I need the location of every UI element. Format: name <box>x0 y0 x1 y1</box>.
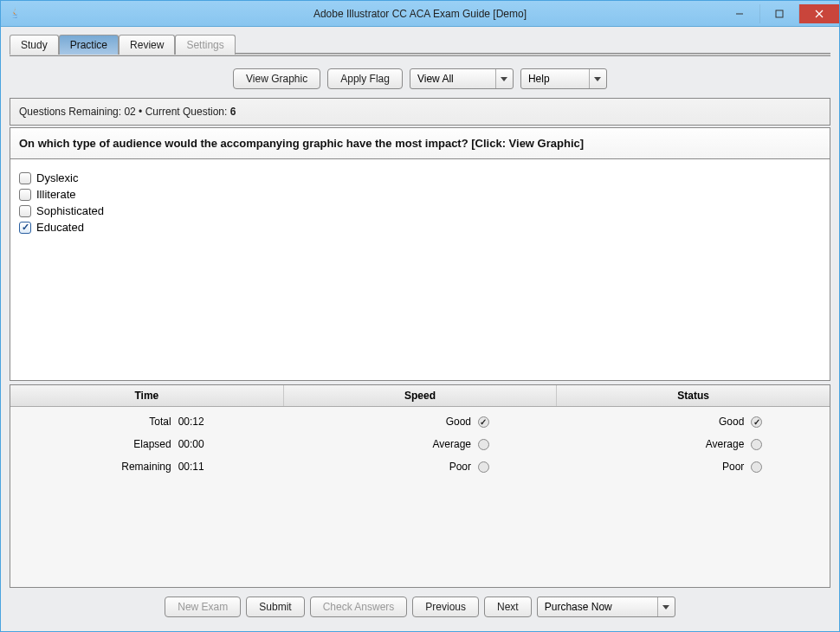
answer-option[interactable]: Illiterate <box>19 186 821 203</box>
total-value: 00:12 <box>178 416 216 428</box>
content-area: Study Practice Review Settings View Grap… <box>1 27 839 631</box>
tab-study[interactable]: Study <box>10 35 59 55</box>
chevron-down-icon <box>495 69 513 88</box>
question-box: On which type of audience would the acco… <box>10 128 830 159</box>
app-window: Adobe Illustrator CC ACA Exam Guide [Dem… <box>0 0 840 632</box>
stat-row: Good <box>351 416 489 428</box>
stats-panel: Time Speed Status Total 00:12 Elapsed 00… <box>10 384 830 588</box>
question-panel: On which type of audience would the acco… <box>10 127 830 381</box>
checkbox-icon[interactable] <box>19 222 31 234</box>
tab-strip: Study Practice Review Settings <box>10 34 830 54</box>
view-filter-dropdown[interactable]: View All <box>410 68 514 89</box>
status-poor-label: Poor <box>624 461 744 473</box>
current-question-value: 6 <box>230 106 236 118</box>
status-good-label: Good <box>624 416 744 428</box>
stat-row: Elapsed 00:00 <box>78 438 216 450</box>
time-column: Total 00:12 Elapsed 00:00 Remaining 00:1… <box>10 416 283 578</box>
purchase-value: Purchase Now <box>545 601 612 613</box>
window-title: Adobe Illustrator CC ACA Exam Guide [Dem… <box>313 8 527 20</box>
check-answers-button: Check Answers <box>310 597 408 617</box>
remaining-value: 00:11 <box>178 461 216 473</box>
elapsed-value: 00:00 <box>178 438 216 450</box>
question-text: On which type of audience would the acco… <box>19 137 584 150</box>
stats-body: Total 00:12 Elapsed 00:00 Remaining 00:1… <box>10 407 830 587</box>
col-time: Time <box>10 385 284 406</box>
radio-icon <box>751 461 762 473</box>
checkbox-icon[interactable] <box>19 189 31 201</box>
questions-remaining-label: Questions Remaining: <box>19 106 121 118</box>
stat-row: Average <box>624 438 762 450</box>
next-button[interactable]: Next <box>484 597 532 617</box>
close-button[interactable] <box>799 4 839 23</box>
radio-icon <box>478 439 489 450</box>
java-app-icon <box>8 7 22 21</box>
chevron-down-icon <box>589 69 606 88</box>
remaining-label: Remaining <box>78 461 171 473</box>
speed-column: Good Average Poor <box>283 416 556 578</box>
svg-rect-1 <box>776 10 783 17</box>
answer-label: Dyslexic <box>36 171 78 184</box>
total-label: Total <box>78 416 171 428</box>
tab-settings: Settings <box>175 35 235 55</box>
minimize-button[interactable] <box>720 4 759 23</box>
answer-option[interactable]: Educated <box>19 219 821 235</box>
radio-icon <box>751 439 762 450</box>
help-value: Help <box>528 73 550 85</box>
chevron-down-icon <box>657 597 675 616</box>
toolbar: View Graphic Apply Flag View All Help <box>10 63 830 98</box>
stat-row: Total 00:12 <box>78 416 216 428</box>
col-speed: Speed <box>284 385 558 406</box>
radio-icon <box>751 416 762 428</box>
stats-header: Time Speed Status <box>10 385 830 407</box>
stat-row: Average <box>351 438 489 450</box>
apply-flag-button[interactable]: Apply Flag <box>327 68 403 89</box>
current-question-label: Current Question: <box>145 106 228 118</box>
maximize-button[interactable] <box>759 4 799 23</box>
purchase-dropdown[interactable]: Purchase Now <box>537 597 675 617</box>
answers-list: Dyslexic Illiterate Sophisticated Educat… <box>10 159 830 380</box>
view-graphic-button[interactable]: View Graphic <box>233 68 320 89</box>
tab-review[interactable]: Review <box>119 35 175 55</box>
new-exam-button: New Exam <box>165 597 241 617</box>
bottom-toolbar: New Exam Submit Check Answers Previous N… <box>10 588 830 622</box>
checkbox-icon[interactable] <box>19 205 31 217</box>
stat-row: Poor <box>624 461 762 473</box>
answer-label: Illiterate <box>36 188 76 201</box>
window-controls <box>720 4 839 23</box>
answer-label: Sophisticated <box>36 204 104 217</box>
radio-icon <box>478 461 489 473</box>
status-average-label: Average <box>624 438 744 450</box>
view-filter-value: View All <box>417 73 454 85</box>
answer-option[interactable]: Dyslexic <box>19 170 821 186</box>
status-bar: Questions Remaining: 02 • Current Questi… <box>10 98 830 126</box>
status-column: Good Average Poor <box>557 416 830 578</box>
questions-remaining-value: 02 <box>124 106 135 118</box>
stat-row: Remaining 00:11 <box>78 461 216 473</box>
separator: • <box>139 106 142 118</box>
speed-average-label: Average <box>351 438 471 450</box>
previous-button[interactable]: Previous <box>412 597 479 617</box>
titlebar: Adobe Illustrator CC ACA Exam Guide [Dem… <box>1 1 839 27</box>
answer-option[interactable]: Sophisticated <box>19 203 821 219</box>
stat-row: Poor <box>351 461 489 473</box>
elapsed-label: Elapsed <box>78 438 171 450</box>
stat-row: Good <box>624 416 762 428</box>
checkbox-icon[interactable] <box>19 172 31 184</box>
speed-good-label: Good <box>351 416 471 428</box>
submit-button[interactable]: Submit <box>246 597 304 617</box>
tab-practice[interactable]: Practice <box>59 35 119 55</box>
col-status: Status <box>557 385 830 406</box>
speed-poor-label: Poor <box>351 461 471 473</box>
answer-label: Educated <box>36 221 84 234</box>
help-dropdown[interactable]: Help <box>520 68 607 89</box>
radio-icon <box>478 416 489 428</box>
